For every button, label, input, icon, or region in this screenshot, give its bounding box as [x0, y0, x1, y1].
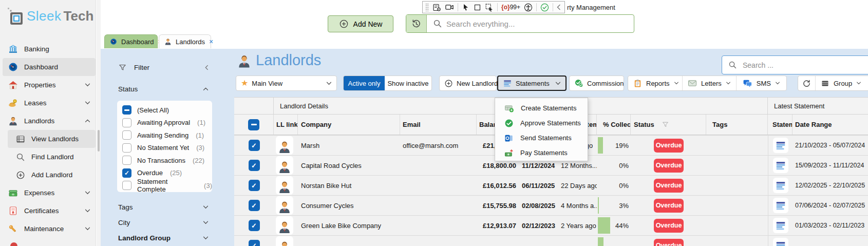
sidebar-item-properties[interactable]: Properties — [0, 76, 96, 94]
sidebar-item-find-landlord[interactable]: Find Landlord — [0, 148, 96, 166]
sidebar-item-banking[interactable]: Banking — [0, 40, 96, 58]
sidebar-item-landlords[interactable]: Landlords — [0, 112, 96, 130]
chevron-left-icon[interactable] — [557, 4, 561, 10]
check-status-icon[interactable] — [540, 3, 549, 12]
table-search-input[interactable] — [742, 61, 868, 70]
filter-option-select-all[interactable]: (Select All) — [122, 104, 212, 117]
tab-dashboard[interactable]: Dashboard × — [104, 34, 158, 48]
tab-close-button[interactable]: × — [209, 38, 213, 45]
header-ll-link[interactable]: LL link — [274, 115, 298, 135]
filter-section-tags[interactable]: Tags — [118, 203, 209, 211]
header-company[interactable]: Company — [298, 115, 400, 135]
script-settings-icon[interactable] — [432, 3, 441, 12]
cell-date-range: 15/09/2023 - 11/11/2024 — [792, 156, 868, 175]
table-row[interactable]: Norstan Bike Hut £16,012.56 06/11/2025 2… — [234, 175, 868, 195]
header-tags[interactable]: Tags — [706, 115, 768, 135]
video-camera-icon[interactable] — [445, 3, 454, 12]
checkbox-unchecked[interactable] — [122, 156, 131, 165]
filter-option-no-statement-yet[interactable]: No Statement Yet (3) — [122, 142, 212, 155]
filter-option-no-transactions[interactable]: No Transactions (22) — [122, 154, 212, 167]
add-new-button[interactable]: Add New — [328, 15, 393, 32]
menu-item-pay-statements[interactable]: Pay Statements — [495, 145, 588, 160]
menu-item-approve-statements[interactable]: Approve Statements — [495, 116, 588, 130]
person-icon — [278, 179, 291, 195]
drag-grip-icon[interactable] — [425, 3, 429, 11]
funnel-icon[interactable] — [662, 121, 669, 128]
table-row[interactable]: Consumer Cycles £15,755.98 02/08/2025 4 … — [234, 195, 868, 215]
checkbox-unchecked[interactable] — [122, 118, 131, 127]
filter-option-statement-complete[interactable]: Statement Complete (3) — [122, 179, 212, 192]
cursor-icon[interactable] — [462, 3, 470, 11]
menu-item-create-statements[interactable]: Create Statements — [495, 101, 588, 116]
landlord-avatar[interactable] — [276, 216, 293, 235]
statements-dropdown-button[interactable]: Statements — [497, 75, 567, 91]
checkbox-unchecked[interactable] — [122, 143, 131, 153]
header-date-range[interactable]: Date Range — [792, 115, 868, 135]
landlord-avatar[interactable] — [276, 236, 293, 246]
row-checkbox[interactable] — [249, 200, 260, 211]
filter-option-awaiting-sending[interactable]: Awaiting Sending (1) — [122, 129, 212, 142]
landlord-avatar[interactable] — [276, 156, 293, 175]
sidebar-item-leases[interactable]: Leases — [0, 94, 96, 112]
sidebar-item-maintenance[interactable]: Maintenance — [0, 220, 96, 238]
filter-section-city[interactable]: City — [118, 219, 209, 226]
window-title: rty Management — [567, 4, 615, 11]
checkbox-checked[interactable] — [122, 168, 131, 178]
search-history-button[interactable] — [406, 15, 427, 32]
header-pct-collected[interactable]: % Collected — [597, 115, 631, 135]
active-only-button[interactable]: Active only — [344, 76, 385, 90]
cell-statement — [768, 176, 792, 195]
view-selector-dropdown[interactable]: ★ Main View — [236, 75, 337, 91]
sidebar-item-dashboard[interactable]: Dashboard — [3, 58, 96, 76]
landlord-avatar[interactable] — [276, 176, 293, 195]
table-row[interactable]: Green Lake Bike Company £12,913.07 02/12… — [234, 215, 868, 235]
filter-header[interactable]: Filter — [118, 63, 209, 72]
reports-button[interactable]: Reports — [628, 76, 682, 90]
scrollbar-thumb[interactable] — [98, 130, 100, 152]
header-email[interactable]: Email — [400, 115, 477, 135]
accessibility-icon[interactable] — [524, 3, 533, 12]
sidebar-item-certificates[interactable]: Certificates — [0, 202, 96, 220]
show-inactive-button[interactable]: Show inactive — [385, 76, 431, 90]
sidebar-item-expenses[interactable]: Expenses — [0, 184, 96, 202]
sidebar-scrollbar[interactable] — [97, 0, 101, 246]
letters-button[interactable]: Letters — [683, 76, 736, 90]
sidebar-item-add-landlord[interactable]: Add Landlord — [0, 166, 96, 184]
menu-item-send-statements[interactable]: Send Statements — [495, 130, 588, 145]
row-checkbox[interactable] — [249, 220, 260, 231]
row-checkbox[interactable] — [249, 140, 260, 151]
new-landlord-button[interactable]: New Landlord — [439, 75, 497, 91]
checkbox-indeterminate[interactable] — [122, 105, 131, 115]
global-search-input[interactable] — [442, 20, 634, 28]
statement-doc-icon[interactable] — [773, 158, 788, 173]
header-statement[interactable]: Statement — [768, 115, 792, 135]
sms-button[interactable]: SMS — [737, 76, 786, 90]
statement-doc-icon[interactable] — [773, 198, 788, 213]
table-row[interactable]: Overdue — [234, 235, 868, 246]
row-checkbox[interactable] — [249, 240, 260, 246]
region-icon[interactable] — [474, 4, 481, 11]
statement-doc-icon[interactable] — [773, 238, 788, 246]
header-status[interactable]: Status — [631, 115, 706, 135]
refresh-button[interactable] — [798, 76, 815, 90]
checkbox-unchecked[interactable] — [122, 181, 131, 190]
row-checkbox[interactable] — [249, 180, 260, 191]
row-checkbox[interactable] — [249, 160, 260, 171]
statement-doc-icon[interactable] — [773, 178, 788, 193]
commission-button[interactable]: Commission — [569, 75, 624, 91]
filter-section-landlord-group[interactable]: Landlord Group — [118, 234, 209, 242]
landlord-avatar[interactable] — [276, 136, 293, 155]
tab-landlords[interactable]: Landlords × — [159, 34, 211, 48]
landlord-avatar[interactable] — [276, 196, 293, 215]
filter-section-status[interactable]: Status — [118, 85, 209, 93]
select-all-checkbox[interactable] — [248, 119, 259, 130]
status-badge: Overdue — [654, 139, 684, 153]
cursor-region-icon[interactable] — [485, 3, 494, 12]
checkbox-unchecked[interactable] — [122, 130, 131, 140]
group-dropdown-button[interactable]: Group — [816, 76, 868, 90]
statement-doc-icon[interactable] — [773, 138, 788, 153]
filter-option-awaiting-approval[interactable]: Awaiting Approval (1) — [122, 117, 212, 129]
sidebar-item-view-landlords[interactable]: View Landlords — [8, 130, 96, 148]
statement-doc-icon[interactable] — [773, 218, 788, 233]
chevron-left-icon[interactable] — [205, 65, 209, 70]
